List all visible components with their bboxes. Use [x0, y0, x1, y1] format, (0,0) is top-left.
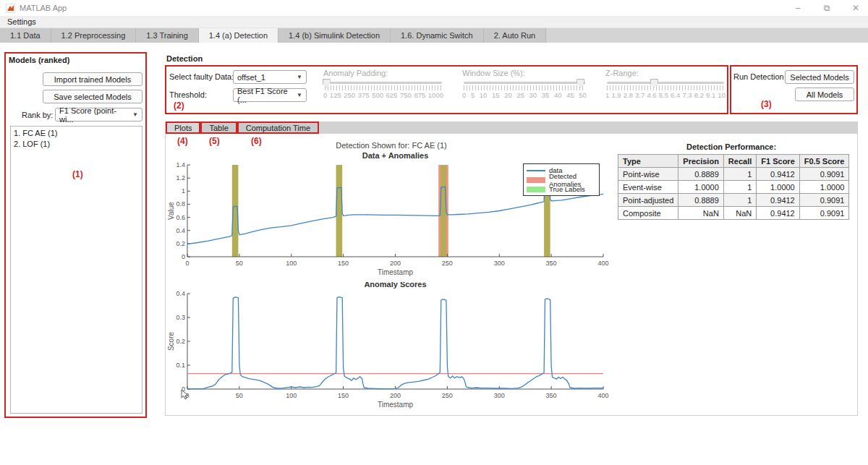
slider-tick-label: 375 [358, 91, 370, 99]
models-panel: Models (ranked) Import trained Models Sa… [4, 52, 147, 418]
restore-icon[interactable]: ⧉ [822, 3, 832, 13]
table-row: Point-adjusted0.888910.94120.9091 [618, 194, 849, 207]
slider-tick-labels: 05101520253035404550 [462, 91, 587, 99]
anomaly-scores-chart: 00.10.20.30.4050100150200250300350400Ano… [167, 282, 611, 412]
svg-text:200: 200 [390, 392, 401, 399]
close-icon[interactable]: ✕ [851, 3, 861, 13]
table-column-header: Precision [678, 155, 724, 168]
svg-text:Timestamp: Timestamp [378, 268, 414, 276]
plot-tab-computation-time[interactable]: Computation Time [237, 121, 319, 134]
slider-tick-label: 625 [386, 91, 398, 99]
menu-settings[interactable]: Settings [7, 17, 36, 26]
tab-1-1-data[interactable]: 1.1 Data [0, 28, 51, 43]
title-bar: MATLAB App – ⧉ ✕ [0, 0, 868, 16]
slider-z-range-: Z-Range:11.92.83.74.65.56.47.38.29.110 [605, 69, 726, 99]
matlab-icon [6, 4, 15, 13]
table-cell: Point-wise [618, 168, 678, 181]
threshold-dropdown[interactable]: Best F1 Score (... ▼ [233, 88, 307, 102]
import-trained-models-button[interactable]: Import trained Models [43, 72, 142, 86]
run-selected-models-button[interactable]: Selected Models [785, 70, 854, 84]
table-column-header: F0.5 Score [799, 155, 849, 168]
rank-by-dropdown[interactable]: F1 Score (point-wi... ▼ [55, 108, 142, 121]
mouse-cursor [181, 389, 190, 402]
annotation-3: (3) [761, 99, 772, 109]
rank-by-value: F1 Score (point-wi... [59, 106, 129, 124]
run-all-models-button[interactable]: All Models [795, 88, 854, 101]
svg-text:0.2: 0.2 [176, 338, 185, 345]
performance-title: Detection Performance: [618, 142, 845, 151]
menu-bar: Settings [0, 16, 868, 28]
threshold-label: Threshold: [169, 90, 207, 99]
svg-text:1: 1 [182, 187, 185, 195]
svg-text:200: 200 [390, 260, 401, 267]
svg-text:1.2: 1.2 [176, 174, 185, 182]
svg-text:0.8: 0.8 [176, 200, 185, 208]
tab-1-4-b-simulink-detection[interactable]: 1.4 (b) Simulink Detection [278, 28, 391, 43]
main-tab-bar: 1.1 Data1.2 Preprocessing1.3 Training1.4… [0, 28, 868, 43]
threshold-value: Best F1 Score (... [237, 87, 294, 104]
svg-text:0: 0 [182, 253, 185, 260]
slider-track[interactable] [607, 82, 724, 84]
select-faulty-data-dropdown[interactable]: offset_1 ▼ [233, 70, 307, 84]
svg-text:0.2: 0.2 [176, 240, 185, 247]
slider-tick-label: 5.5 [659, 91, 668, 99]
table-cell: 0.8889 [678, 168, 724, 181]
matlab-app-window: MATLAB App – ⧉ ✕ Settings 1.1 Data1.2 Pr… [0, 0, 868, 465]
slider-ruler-ticks [325, 85, 442, 90]
slider-tick-label: 9.1 [706, 91, 715, 99]
svg-text:300: 300 [494, 392, 505, 399]
legend-swatch-true-labels [527, 187, 545, 192]
slider-tick-label: 7.3 [682, 91, 692, 99]
svg-text:0.4: 0.4 [176, 290, 185, 297]
slider-anomaly-padding-: Anomaly Padding:012525037550062575087510… [323, 69, 443, 99]
table-cell: 1.0000 [678, 181, 724, 194]
minimize-icon[interactable]: – [793, 3, 803, 13]
svg-text:250: 250 [442, 260, 453, 267]
chart-legend: dataDetected AnomaliesTrue Labels [523, 163, 600, 196]
table-cell: NaN [723, 207, 756, 220]
plot-tab-plots[interactable]: Plots [166, 121, 200, 134]
model-list-item[interactable]: 2. LOF (1) [14, 139, 139, 150]
tab-2-auto-run[interactable]: 2. Auto Run [484, 28, 547, 43]
table-cell: 1 [723, 194, 756, 207]
save-selected-models-button[interactable]: Save selected Models [43, 90, 142, 103]
slider-tick-label: 8.2 [694, 91, 704, 99]
tab-1-4-a-detection[interactable]: 1.4 (a) Detection [199, 28, 278, 43]
model-list-item[interactable]: 1. FC AE (1) [14, 128, 139, 139]
plot-tab-strip: PlotsTableComputation Time [166, 121, 857, 134]
table-cell: NaN [678, 207, 724, 220]
slider-tick-label: 40 [554, 91, 562, 99]
slider-track[interactable] [464, 82, 585, 84]
slider-tick-label: 250 [344, 91, 355, 99]
select-faulty-data-label: Select faulty Data: [169, 72, 234, 81]
table-row: Point-wise0.888910.94120.9091 [618, 168, 849, 181]
slider-tick-label: 10 [718, 91, 726, 99]
svg-text:100: 100 [286, 260, 297, 267]
svg-text:Anomaly Scores: Anomaly Scores [364, 282, 426, 289]
slider-tick-label: 25 [516, 91, 524, 99]
slider-track[interactable] [325, 82, 442, 84]
plot-tab-table[interactable]: Table [200, 121, 237, 134]
table-cell: 0.9412 [757, 194, 799, 207]
svg-text:Timestamp: Timestamp [378, 401, 414, 409]
slider-ruler-ticks [464, 85, 585, 90]
models-panel-title: Models (ranked) [6, 54, 145, 67]
tab-1-6-dynamic-switch[interactable]: 1.6. Dynamic Switch [391, 28, 484, 43]
tab-1-3-training[interactable]: 1.3 Training [136, 28, 198, 43]
tab-1-2-preprocessing[interactable]: 1.2 Preprocessing [51, 28, 137, 43]
table-cell: Event-wise [618, 181, 678, 194]
slider-tick-label: 15 [492, 91, 500, 99]
slider-tick-label: 0 [323, 91, 327, 99]
svg-text:150: 150 [338, 392, 349, 399]
chevron-down-icon: ▼ [132, 111, 138, 118]
chevron-down-icon: ▼ [297, 74, 302, 80]
slider-tick-label: 45 [566, 91, 574, 99]
slider-ruler-ticks [607, 85, 724, 90]
rank-by-label: Rank by: [22, 111, 53, 119]
slider-label: Anomaly Padding: [323, 69, 443, 77]
slider-tick-label: 875 [414, 91, 425, 99]
slider-tick-labels: 01252503755006257508751000 [323, 91, 443, 99]
svg-text:0: 0 [185, 260, 189, 267]
slider-tick-label: 10 [480, 91, 488, 99]
svg-text:50: 50 [236, 260, 243, 267]
